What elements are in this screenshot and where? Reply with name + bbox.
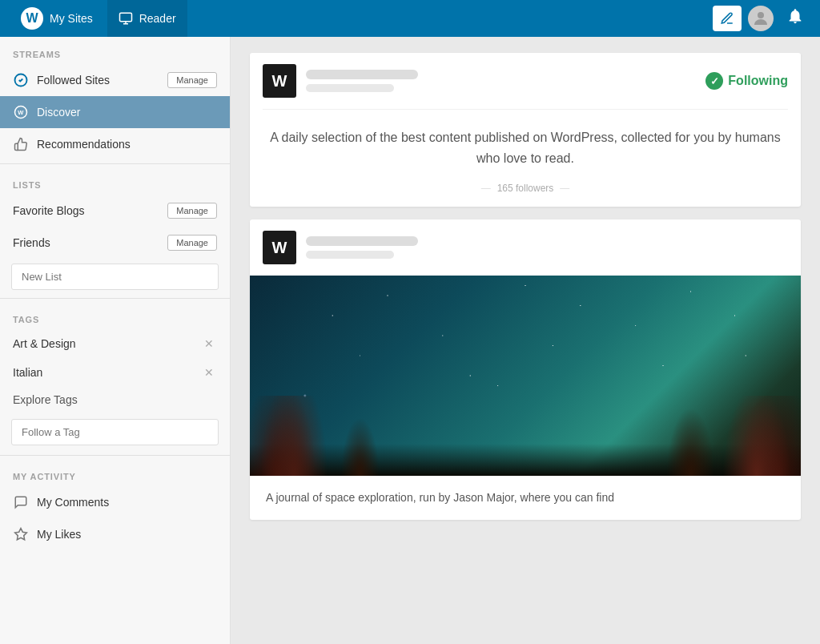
tags-section-label: Tags bbox=[0, 302, 230, 329]
friends-label: Friends bbox=[13, 236, 159, 249]
divider-2 bbox=[0, 298, 230, 299]
manage-favorite-blogs-button[interactable]: Manage bbox=[167, 203, 217, 219]
discover-card-header: W ✓ Following bbox=[250, 53, 801, 109]
space-card-header: W bbox=[250, 219, 801, 276]
sidebar-item-favorite-blogs[interactable]: Favorite Blogs Manage bbox=[0, 195, 230, 227]
sidebar-item-discover[interactable]: W Discover bbox=[0, 96, 230, 128]
sidebar-item-recommendations[interactable]: Recommendations bbox=[0, 128, 230, 160]
discover-site-name bbox=[306, 70, 418, 79]
tag-italian-close[interactable]: ✕ bbox=[201, 364, 217, 380]
divider-3 bbox=[0, 455, 230, 456]
followed-sites-label: Followed Sites bbox=[37, 74, 159, 87]
notifications-button[interactable] bbox=[780, 7, 810, 30]
space-site-name-block bbox=[306, 236, 788, 259]
space-card-image bbox=[250, 276, 801, 476]
divider-1 bbox=[0, 163, 230, 164]
svg-rect-0 bbox=[119, 13, 131, 22]
star-icon bbox=[13, 526, 29, 542]
sidebar-item-followed-sites[interactable]: Followed Sites Manage bbox=[0, 64, 230, 96]
wordpress-logo: W bbox=[21, 7, 43, 30]
space-site-url bbox=[306, 251, 394, 259]
my-sites-label: My Sites bbox=[50, 12, 93, 25]
bell-icon bbox=[786, 7, 804, 25]
tag-art-design[interactable]: Art & Design ✕ bbox=[0, 329, 230, 358]
manage-followed-button[interactable]: Manage bbox=[167, 72, 217, 88]
following-label: Following bbox=[728, 74, 788, 88]
my-activity-section-label: My Activity bbox=[0, 459, 230, 486]
following-check-icon: ✓ bbox=[705, 72, 723, 90]
recommendations-label: Recommendations bbox=[37, 138, 217, 151]
thumbs-up-icon bbox=[13, 136, 29, 152]
write-icon bbox=[720, 11, 734, 26]
discover-followers: 165 followers bbox=[250, 183, 801, 207]
reader-nav[interactable]: Reader bbox=[107, 0, 187, 37]
my-likes-label: My Likes bbox=[37, 528, 217, 541]
sidebar-item-my-likes[interactable]: My Likes bbox=[0, 518, 230, 550]
svg-marker-7 bbox=[15, 529, 27, 540]
user-avatar[interactable] bbox=[748, 6, 774, 31]
discover-site-icon: W bbox=[263, 64, 296, 98]
avatar-icon bbox=[751, 9, 770, 28]
reader-icon bbox=[119, 11, 133, 26]
manage-friends-button[interactable]: Manage bbox=[167, 235, 217, 251]
svg-point-3 bbox=[758, 12, 764, 18]
tag-italian[interactable]: Italian ✕ bbox=[0, 358, 230, 387]
new-list-input[interactable] bbox=[11, 264, 219, 290]
write-button[interactable] bbox=[713, 6, 742, 31]
space-site-icon: W bbox=[263, 231, 296, 264]
sidebar: Streams Followed Sites Manage W Discover… bbox=[0, 37, 231, 644]
tag-art-design-close[interactable]: ✕ bbox=[201, 336, 217, 352]
reader-label: Reader bbox=[139, 12, 176, 25]
lists-section-label: Lists bbox=[0, 167, 230, 195]
main-content: W ✓ Following A daily selection of the b… bbox=[231, 37, 820, 644]
discover-description: A daily selection of the best content pu… bbox=[250, 110, 801, 183]
top-nav: W My Sites Reader bbox=[0, 0, 820, 37]
space-site-name bbox=[306, 236, 418, 246]
wordpress-sidebar-icon: W bbox=[13, 104, 29, 120]
svg-text:W: W bbox=[18, 109, 24, 116]
nav-right-actions bbox=[713, 6, 810, 31]
check-icon bbox=[13, 72, 29, 88]
favorite-blogs-label: Favorite Blogs bbox=[13, 204, 159, 217]
streams-section-label: Streams bbox=[0, 37, 230, 64]
main-layout: Streams Followed Sites Manage W Discover… bbox=[0, 37, 820, 644]
tag-italian-label: Italian bbox=[13, 366, 201, 379]
discover-site-url bbox=[306, 84, 394, 92]
sidebar-item-my-comments[interactable]: My Comments bbox=[0, 486, 230, 518]
discover-site-name-block bbox=[306, 70, 696, 92]
follow-tag-input[interactable] bbox=[11, 419, 219, 445]
explore-tags-link[interactable]: Explore Tags bbox=[0, 387, 230, 413]
my-comments-label: My Comments bbox=[37, 496, 217, 509]
space-card: W A journal of space exploration, run by… bbox=[250, 219, 801, 519]
tag-art-design-label: Art & Design bbox=[13, 337, 201, 350]
discover-card: W ✓ Following A daily selection of the b… bbox=[250, 53, 801, 207]
following-button[interactable]: ✓ Following bbox=[705, 72, 788, 90]
discover-label: Discover bbox=[37, 106, 217, 119]
my-sites-nav[interactable]: W My Sites bbox=[10, 0, 104, 37]
space-card-excerpt: A journal of space exploration, run by J… bbox=[250, 476, 801, 519]
comment-icon bbox=[13, 494, 29, 510]
sidebar-item-friends[interactable]: Friends Manage bbox=[0, 227, 230, 259]
